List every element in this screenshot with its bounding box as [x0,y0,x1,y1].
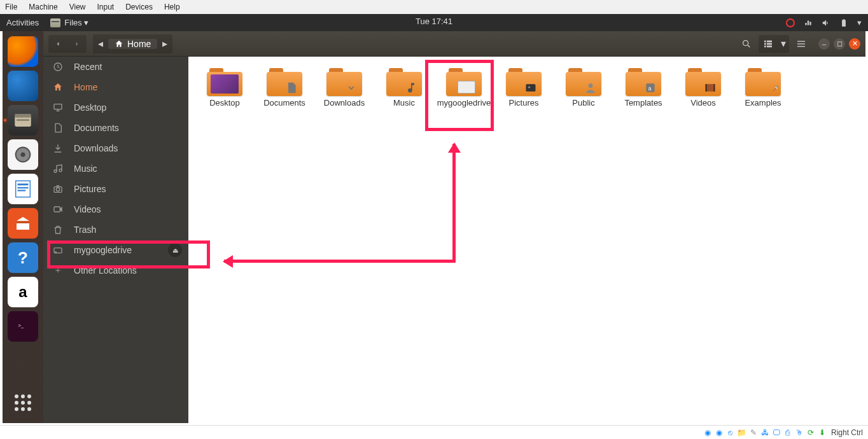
desktop-icon [52,102,64,113]
svg-rect-15 [764,43,766,45]
annotation-join-h [418,260,456,263]
launcher-terminal[interactable]: >_ [8,311,38,342]
view-list-button[interactable] [759,35,778,53]
sidebar-item-home[interactable]: Home [43,77,188,97]
vbox-clip-icon: ⟳ [806,428,816,438]
folder-mygoogledrive[interactable]: mygoogledrive [434,66,494,123]
folder-downloads[interactable]: Downloads [314,66,374,123]
system-tray[interactable]: ▾ [786,18,862,27]
svg-rect-2 [17,120,29,121]
svg-point-27 [56,188,59,191]
svg-rect-8 [18,190,26,191]
sidebar-label: Recent [74,62,102,72]
folder-desktop[interactable]: Desktop [195,66,255,123]
vbox-display-icon: 🖵 [771,428,781,438]
activities-button[interactable]: Activities [6,18,39,27]
vbox-menu-view[interactable]: View [69,3,86,11]
pathbar-forward-icon[interactable]: ▸ [157,35,172,53]
gnome-topbar: Activities Files ▾ Tue 17:41 ▾ [0,14,868,31]
sidebar-item-mygoogledrive[interactable]: mygoogledrive ⏏ [43,240,188,260]
clock-icon [52,62,64,72]
folder-label: Desktop [209,99,240,108]
sidebar-item-videos[interactable]: Videos [43,199,188,220]
sidebar-item-recent[interactable]: Recent [43,57,188,77]
icon-view[interactable]: Desktop Documents Downloads Music mygoog… [188,57,865,423]
music-icon [52,164,64,174]
launcher-writer[interactable] [8,174,38,204]
sidebar-item-desktop[interactable]: Desktop [43,97,188,118]
vbox-menu-file[interactable]: File [5,3,17,11]
search-icon [741,39,752,49]
pathbar-back-icon[interactable]: ◂ [93,35,108,53]
vbox-menu-help[interactable]: Help [164,3,180,11]
vbox-menu-machine[interactable]: Machine [29,3,57,11]
vbox-menu-bar: File Machine View Input Devices Help [0,0,868,14]
home-icon [52,82,64,92]
folder-templates[interactable]: a Templates [613,66,673,123]
sidebar-label: Desktop [74,102,106,113]
nav-forward-button[interactable] [67,35,87,53]
places-sidebar: Recent Home Desktop Documents Downloads … [43,57,188,423]
sidebar-item-pictures[interactable]: Pictures [43,179,188,199]
folder-videos[interactable]: Videos [673,66,733,123]
folder-label: Examples [745,99,781,108]
vbox-hostkey-label: Right Ctrl [831,428,863,437]
video-icon [52,204,64,214]
folder-public[interactable]: Public [554,66,613,123]
folder-pictures[interactable]: Pictures [494,66,554,123]
folder-music[interactable]: Music [374,66,434,123]
folder-label: Public [572,99,594,108]
sidebar-item-documents[interactable]: Documents [43,118,188,138]
sidebar-label: Music [74,164,97,174]
sidebar-item-trash[interactable]: Trash [43,220,188,240]
svg-text:>_: >_ [18,323,24,328]
sidebar-item-downloads[interactable]: Downloads [43,138,188,158]
launcher-software[interactable] [8,208,38,239]
chevron-down-icon: ▾ [857,18,862,27]
eject-button[interactable]: ⏏ [168,243,182,257]
search-button[interactable] [737,35,756,53]
nav-back-button[interactable] [48,35,67,53]
window-minimize-button[interactable]: – [818,38,830,50]
hamburger-menu-button[interactable] [792,35,811,53]
launcher-firefox[interactable] [8,36,38,67]
sidebar-label: Trash [74,225,96,235]
svg-rect-20 [797,43,805,44]
svg-point-24 [54,170,57,172]
launcher-dock: ? a >_ [3,31,43,423]
trash-icon [52,225,64,235]
svg-rect-31 [526,84,536,92]
launcher-help[interactable]: ? [8,242,38,273]
svg-rect-13 [764,40,766,42]
svg-rect-18 [767,45,772,47]
folder-documents[interactable]: Documents [255,66,314,123]
svg-point-4 [20,152,25,157]
view-dropdown-button[interactable]: ▾ [778,35,789,53]
clock[interactable]: Tue 17:41 [416,17,452,26]
folder-label: Documents [263,99,305,108]
launcher-show-apps[interactable] [8,387,38,418]
vbox-net-icon: 🖧 [760,428,770,438]
pathbar-home[interactable]: Home [108,39,157,49]
folder-examples[interactable]: Examples [733,66,793,123]
launcher-amazon[interactable]: a [8,277,38,307]
files-headerbar: ◂ Home ▸ ▾ – ◻ ✕ [43,31,865,57]
folder-label: Music [393,99,415,108]
vbox-hdd-icon: ◉ [703,428,713,438]
app-menu[interactable]: Files ▾ [50,18,88,27]
plus-icon: ＋ [52,265,64,276]
window-maximize-button[interactable]: ◻ [834,38,845,50]
launcher-files[interactable] [8,105,38,136]
vbox-menu-devices[interactable]: Devices [125,3,153,11]
sidebar-label: Downloads [74,143,118,153]
launcher-thunderbird[interactable] [8,71,38,101]
folder-label: Templates [624,99,662,108]
svg-rect-14 [767,40,772,42]
sidebar-item-music[interactable]: Music [43,158,188,179]
pathbar-home-label: Home [127,39,151,49]
sidebar-item-other-locations[interactable]: ＋ Other Locations [43,260,188,281]
window-close-button[interactable]: ✕ [849,38,860,50]
launcher-rhythmbox[interactable] [8,139,38,170]
vbox-menu-input[interactable]: Input [97,3,115,11]
files-icon [50,18,60,27]
